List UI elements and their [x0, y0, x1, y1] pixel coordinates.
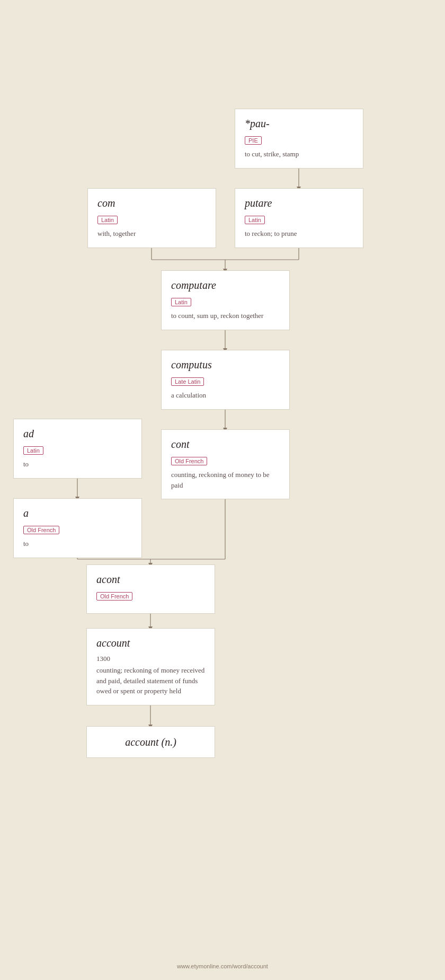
- card-putare-badge: Latin: [245, 216, 265, 224]
- card-computus-badge: Late Latin: [171, 377, 204, 386]
- card-com: com Latin with, together: [87, 188, 216, 248]
- card-ad: ad Latin to: [13, 419, 142, 479]
- card-com-title: com: [97, 197, 206, 209]
- card-computus: computus Late Latin a calculation: [161, 350, 290, 410]
- card-account-old-desc: counting; reckoning of money received an…: [96, 665, 205, 696]
- card-computus-title: computus: [171, 359, 280, 371]
- card-pau-desc: to cut, strike, stamp: [245, 149, 353, 160]
- etymology-diagram: *pau- PIE to cut, strike, stamp com Lati…: [0, 0, 445, 980]
- card-ad-badge: Latin: [23, 446, 43, 455]
- card-ad-title: ad: [23, 428, 132, 440]
- card-putare-title: putare: [245, 197, 353, 209]
- card-pau-title: *pau-: [245, 118, 353, 130]
- card-computare-desc: to count, sum up, reckon together: [171, 311, 280, 321]
- card-pau: *pau- PIE to cut, strike, stamp: [235, 109, 363, 169]
- card-cont: cont Old French counting, reckoning of m…: [161, 429, 290, 499]
- card-a-node: a Old French to: [13, 498, 142, 558]
- card-acont-title: acont: [96, 573, 205, 586]
- card-account-year: 1300: [96, 655, 205, 663]
- card-ad-desc: to: [23, 459, 132, 470]
- card-cont-desc: counting, reckoning of money to be paid: [171, 470, 280, 490]
- card-computare: computare Latin to count, sum up, reckon…: [161, 270, 290, 330]
- card-a-title: a: [23, 507, 132, 519]
- card-account-final-title: account (n.): [125, 736, 176, 748]
- card-cont-badge: Old French: [171, 457, 207, 465]
- card-pau-badge: PIE: [245, 136, 262, 145]
- card-cont-title: cont: [171, 438, 280, 451]
- card-account-final: account (n.): [86, 726, 215, 758]
- card-computare-title: computare: [171, 279, 280, 292]
- card-computare-badge: Latin: [171, 298, 191, 306]
- card-account-old-title: account: [96, 637, 205, 649]
- card-putare-desc: to reckon; to prune: [245, 228, 353, 239]
- card-com-desc: with, together: [97, 228, 206, 239]
- card-a-desc: to: [23, 538, 132, 549]
- card-putare: putare Latin to reckon; to prune: [235, 188, 363, 248]
- card-acont: acont Old French: [86, 564, 215, 614]
- card-acont-badge: Old French: [96, 592, 132, 601]
- card-account-old: account 1300 counting; reckoning of mone…: [86, 628, 215, 705]
- footer-url: www.etymonline.com/word/account: [0, 963, 445, 969]
- card-com-badge: Latin: [97, 216, 118, 224]
- card-computus-desc: a calculation: [171, 390, 280, 401]
- card-a-badge: Old French: [23, 526, 59, 534]
